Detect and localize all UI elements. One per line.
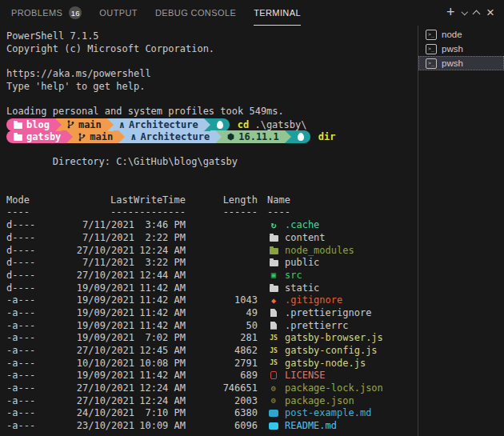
file-icon (270, 322, 277, 330)
file-name: gatsby-node.js (285, 358, 366, 369)
npm-folder-icon (270, 248, 278, 254)
terminal-list-item-pwsh-2[interactable]: >_ pwsh (418, 56, 504, 70)
tab-problems[interactable]: PROBLEMS 16 (11, 0, 82, 26)
file-time: 3:22 PM (134, 257, 186, 268)
azure-icon: ∧ (119, 119, 125, 130)
file-row: -a---19/09/202111:42 AM1043◆.gitignore (6, 294, 418, 306)
file-row: -a---19/09/202111:42 AM50.prettierrc (6, 319, 418, 332)
underline-lastwritetime: ------------- (58, 206, 186, 218)
file-name: post-example.md (285, 407, 371, 418)
tab-output-label: OUTPUT (99, 8, 138, 18)
terminal-icon: >_ (426, 30, 437, 40)
powerline-separator-icon (55, 118, 62, 131)
tab-problems-label: PROBLEMS (11, 8, 62, 18)
powerline-separator-icon (285, 130, 291, 143)
command-text: .\gatsby\ (249, 119, 306, 130)
file-time: 11:42 AM (134, 320, 186, 331)
listing-header: ModeLastWriteTimeLengthName (6, 194, 418, 206)
maximize-panel-button[interactable] (474, 9, 479, 17)
file-length: 746651 (186, 382, 258, 394)
tab-output[interactable]: OUTPUT (99, 0, 138, 26)
file-mode: d---- (6, 270, 58, 281)
prompt-segment: ∧Architecture (125, 130, 215, 143)
license-icon (270, 371, 277, 379)
prompt-segment-label: blog (26, 119, 50, 130)
shell-icon (217, 121, 223, 129)
file-row: d----19/09/202111:42 AMstatic (6, 282, 418, 294)
file-date: 23/10/2021 (58, 420, 134, 431)
file-row: -a---27/10/202112:45 AM4862JSgatsby-conf… (6, 344, 418, 357)
terminal-viewport[interactable]: PowerShell 7.1.5Copyright (c) Microsoft … (0, 26, 418, 436)
file-mode: -a--- (6, 370, 58, 381)
src-icon: ▣ (271, 270, 276, 279)
powerline-separator-icon (118, 130, 125, 143)
terminal-line (6, 181, 418, 194)
file-icon-cell (267, 322, 280, 330)
json-icon: ⚙ (271, 384, 276, 393)
panel-tabs: PROBLEMS 16 OUTPUT DEBUG CONSOLE TERMINA… (0, 0, 301, 26)
tab-terminal[interactable]: TERMINAL (254, 0, 301, 26)
folder-icon (270, 286, 278, 292)
file-icon-cell (267, 422, 280, 430)
file-time: 12:45 AM (134, 345, 186, 356)
terminal-list-item-label: pwsh (442, 58, 463, 68)
file-icon-cell: ↻ (267, 220, 280, 230)
file-name: package-lock.json (285, 382, 383, 394)
folder-icon (270, 260, 278, 266)
branch-icon (67, 120, 74, 129)
vscode-bottom-panel: PROBLEMS 16 OUTPUT DEBUG CONSOLE TERMINA… (0, 0, 504, 436)
node-icon (227, 133, 234, 141)
file-mode: d---- (6, 257, 58, 268)
file-name: node_modules (285, 245, 354, 256)
file-length: 50 (186, 320, 258, 331)
file-name: README.md (285, 420, 337, 431)
terminal-line: Copyright (c) Microsoft Corporation. (6, 43, 418, 56)
file-name: gatsby-config.js (285, 345, 378, 356)
shell-icon (298, 133, 304, 141)
terminal-line (6, 143, 418, 156)
file-date: 19/09/2021 (58, 307, 134, 318)
file-time: 11:42 AM (134, 307, 186, 318)
prompt-segment-label: Architecture (141, 131, 210, 142)
file-row: d----27/10/202112:24 AMnode_modules (6, 244, 418, 257)
file-name: content (285, 232, 326, 243)
file-name: .prettierignore (285, 307, 371, 318)
terminal-list-item-node[interactable]: >_ node (418, 27, 504, 42)
new-terminal-button[interactable]: + (446, 5, 455, 19)
file-icon-cell (267, 371, 280, 379)
file-date: 19/09/2021 (58, 320, 134, 331)
file-time: 10:09 AM (134, 420, 186, 431)
branch-icon (78, 133, 86, 142)
terminal-list-item-label: node (442, 30, 462, 39)
file-length: 2791 (186, 358, 258, 369)
file-icon-cell: JS (267, 334, 280, 342)
file-length: 6096 (186, 420, 258, 431)
terminal-line: https://aka.ms/powershell (6, 68, 418, 81)
file-date: 7/11/2021 (58, 219, 134, 230)
file-mode: -a--- (6, 358, 58, 369)
file-date: 24/10/2021 (58, 407, 134, 418)
file-date: 19/09/2021 (58, 370, 134, 381)
file-date: 19/09/2021 (58, 294, 134, 306)
file-icon-cell: ⚙ (267, 384, 280, 393)
terminal-list-item-pwsh-1[interactable]: >_ pwsh (418, 42, 504, 56)
file-icon-cell: ⚙ (267, 396, 280, 405)
prompt-segment: ∧Architecture (114, 118, 204, 131)
file-mode: d---- (6, 282, 58, 294)
launch-profile-button[interactable] (462, 12, 467, 14)
tab-debug-console[interactable]: DEBUG CONSOLE (155, 0, 236, 26)
terminal-icon: >_ (426, 44, 437, 54)
file-time: 7:10 PM (134, 407, 186, 418)
prompt-segment: blog (6, 118, 55, 131)
prompt-segment-label: main (90, 131, 113, 142)
file-icon-cell (267, 284, 280, 292)
folder-icon (270, 235, 278, 242)
terminal-line: PowerShell 7.1.5 (6, 30, 418, 43)
powerline-separator-icon (66, 130, 73, 143)
file-row: -a---19/09/20217:02 PM281JSgatsby-browse… (6, 332, 418, 345)
close-panel-button[interactable]: × (486, 6, 494, 19)
file-icon-cell (267, 258, 280, 266)
file-icon-cell: JS (267, 347, 280, 354)
prompt-segment (291, 130, 310, 143)
command-text: cd (238, 119, 249, 130)
